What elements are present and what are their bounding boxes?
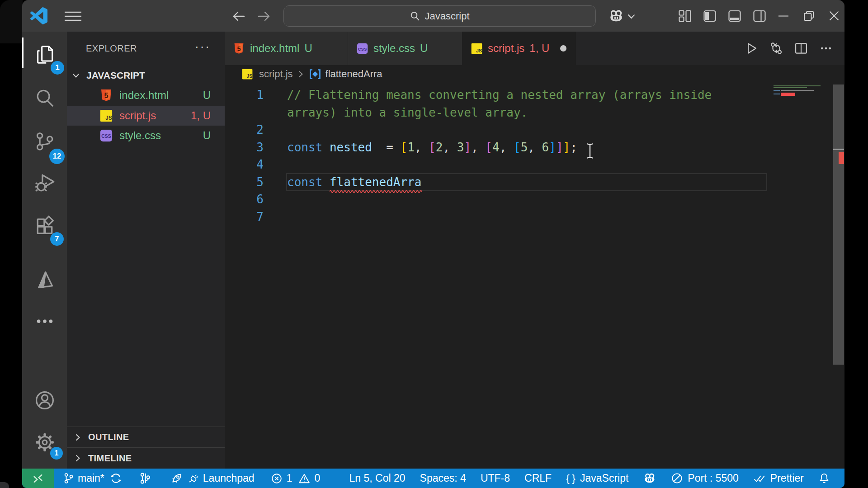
code-token: // Flattening means converting a nested … xyxy=(287,88,712,102)
tab-index-html[interactable]: 5 index.html U xyxy=(225,32,348,65)
toggle-primary-sidebar-icon[interactable] xyxy=(703,10,716,22)
sidebar-item-run-and-debug[interactable] xyxy=(22,167,67,200)
title-bar: Javascript xyxy=(22,0,844,32)
breadcrumb-symbol[interactable]: flattenedArra xyxy=(326,68,382,80)
encoding[interactable]: UTF-8 xyxy=(481,472,510,484)
git-status: U xyxy=(203,89,211,102)
folder-row-javascript[interactable]: JAVASCRIPT xyxy=(67,66,225,85)
tab-git-status: 1, U xyxy=(529,42,549,55)
formatter-item[interactable]: Prettier xyxy=(753,472,804,484)
code-line: 4 xyxy=(225,156,844,174)
editor-group: 5 index.html U CSS style.css U JS script… xyxy=(225,32,844,469)
more-actions-icon[interactable] xyxy=(819,42,833,55)
line-number: 2 xyxy=(225,121,264,139)
code-editor[interactable]: 1// Flattening means converting a nested… xyxy=(225,83,844,469)
source-control-icon xyxy=(34,131,55,152)
code-token xyxy=(322,175,330,189)
window-controls xyxy=(778,0,840,32)
outline-section-header[interactable]: OUTLINE xyxy=(67,427,225,447)
bell-icon[interactable] xyxy=(818,472,830,484)
customize-layout-icon[interactable] xyxy=(679,10,691,22)
status-bar-left: main* Launchpad 1 0 xyxy=(22,469,320,488)
menu-icon[interactable] xyxy=(65,11,81,22)
sidebar-item-explorer[interactable]: 1 xyxy=(22,38,67,71)
compare-changes-icon[interactable] xyxy=(769,42,783,55)
timeline-section-header[interactable]: TIMELINE xyxy=(67,447,225,469)
file-row-style-css[interactable]: CSS style.css U xyxy=(67,126,225,146)
dirty-indicator-icon[interactable] xyxy=(560,45,566,52)
git-graph-item[interactable] xyxy=(139,472,151,484)
file-row-script-js[interactable]: JS script.js 1, U xyxy=(67,106,225,126)
chevron-right-icon xyxy=(297,70,304,79)
split-editor-icon[interactable] xyxy=(794,42,808,55)
source-control-badge: 12 xyxy=(49,149,65,164)
git-branch-item[interactable]: main* xyxy=(63,472,122,484)
svg-text:CSS: CSS xyxy=(101,134,111,139)
copilot-icon xyxy=(608,9,624,24)
code-line: 1// Flattening means converting a nested… xyxy=(225,86,844,104)
git-status: U xyxy=(203,129,211,142)
port-label: Port : 5500 xyxy=(688,472,739,484)
tab-git-status: U xyxy=(420,42,428,55)
run-file-icon[interactable] xyxy=(745,42,758,55)
sync-icon[interactable] xyxy=(110,472,122,484)
code-token: = xyxy=(372,141,401,154)
settings-button[interactable]: 1 xyxy=(22,426,67,459)
sidebar-item-search[interactable] xyxy=(22,82,67,114)
warning-count: 0 xyxy=(314,472,320,484)
tab-style-css[interactable]: CSS style.css U xyxy=(348,32,462,65)
tab-script-js[interactable]: JS script.js 1, U xyxy=(462,32,576,65)
launchpad-item[interactable]: Launchpad xyxy=(170,472,255,484)
command-center-query: Javascript xyxy=(425,10,469,22)
language-mode[interactable]: { } JavaScript xyxy=(566,472,628,484)
code-token: ; xyxy=(570,141,577,154)
sidebar-item-extensions[interactable]: 7 xyxy=(22,210,67,242)
command-center-search[interactable]: Javascript xyxy=(283,5,596,27)
copilot-status-icon[interactable] xyxy=(643,472,656,485)
go-forward-icon[interactable] xyxy=(257,9,271,23)
code-line: 2 xyxy=(225,121,844,139)
code-token: 5 xyxy=(521,141,528,154)
sidebar-item-source-control[interactable]: 12 xyxy=(22,125,67,158)
chevron-down-icon xyxy=(627,14,635,19)
go-back-icon[interactable] xyxy=(232,9,246,23)
error-squiggle xyxy=(330,189,422,193)
code-line: arrays) into a single-level array. xyxy=(225,104,844,122)
accounts-button[interactable] xyxy=(22,384,67,417)
code-line: 3const nested = [1, [2, 3], [4, [5, 6]]]… xyxy=(225,139,844,156)
copilot-menu-button[interactable] xyxy=(608,8,636,25)
double-check-icon xyxy=(753,473,766,484)
line-number: 5 xyxy=(225,174,264,191)
problems-item[interactable]: 1 0 xyxy=(271,472,321,484)
additional-views-button[interactable] xyxy=(22,305,67,338)
branch-name: main* xyxy=(78,472,104,484)
vertical-scrollbar[interactable] xyxy=(833,83,844,469)
extensions-icon xyxy=(34,216,55,236)
minimize-icon[interactable] xyxy=(778,10,789,21)
formatter-label: Prettier xyxy=(770,472,804,484)
code-token: ] xyxy=(563,141,571,154)
toggle-panel-icon[interactable] xyxy=(728,10,741,22)
launchpad-label: Launchpad xyxy=(203,472,255,484)
scrollbar-slider[interactable] xyxy=(833,84,844,365)
file-row-index-html[interactable]: 5 index.html U xyxy=(67,85,225,106)
js-file-icon: JS xyxy=(471,42,483,55)
restore-icon[interactable] xyxy=(803,10,814,21)
close-icon[interactable] xyxy=(829,10,840,21)
background-taskbar-corner xyxy=(0,482,9,488)
toggle-secondary-sidebar-icon[interactable] xyxy=(753,10,766,22)
sidebar-actions-icon[interactable]: ··· xyxy=(195,40,211,54)
code-token: flattenedArra xyxy=(330,175,422,189)
live-server-port[interactable]: Port : 5500 xyxy=(671,472,739,484)
tab-label: style.css xyxy=(373,42,415,55)
cursor-position[interactable]: Ln 5, Col 20 xyxy=(349,472,406,484)
indentation[interactable]: Spaces: 4 xyxy=(420,472,466,484)
eol-sequence[interactable]: CRLF xyxy=(524,472,552,484)
breadcrumb-file[interactable]: script.js xyxy=(259,68,293,80)
minimap[interactable] xyxy=(771,83,833,469)
files-icon xyxy=(34,44,55,65)
sidebar-item-prism[interactable] xyxy=(22,264,67,296)
editor-actions xyxy=(745,32,844,65)
debug-icon xyxy=(34,173,55,194)
remote-indicator[interactable] xyxy=(22,469,54,488)
